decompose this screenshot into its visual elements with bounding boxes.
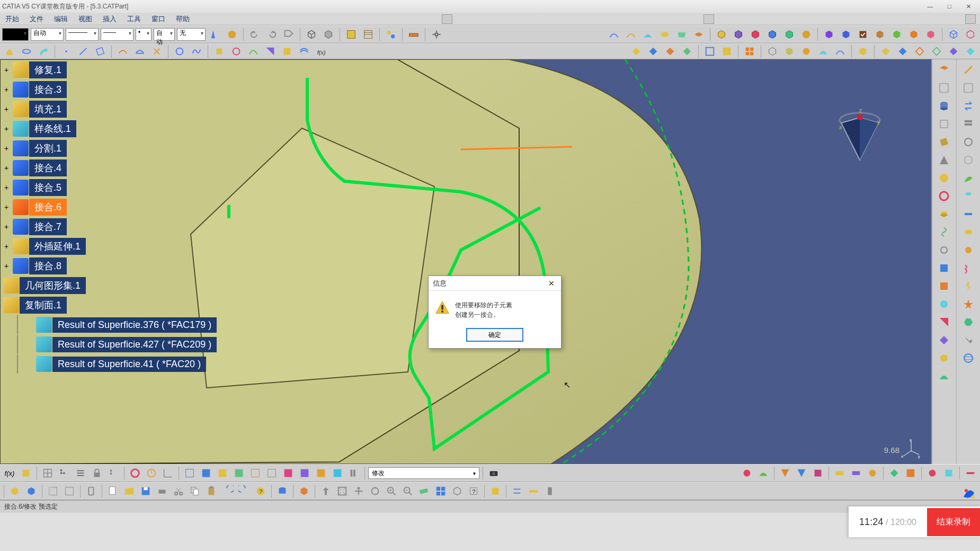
rp-cone-icon[interactable] <box>936 153 952 167</box>
btm2-redo2-icon[interactable] <box>237 484 252 499</box>
rp2-cyl2-icon[interactable] <box>960 189 976 203</box>
tree-item-extrapolate[interactable]: +外插延伸.1 <box>1 237 229 256</box>
btm-grid9-icon[interactable] <box>297 466 312 481</box>
fx-btn-icon[interactable]: f(x) <box>2 466 17 481</box>
rp-grid-icon[interactable] <box>936 81 952 95</box>
curve-tool-1-icon[interactable] <box>607 27 621 42</box>
btm2-rotate-icon[interactable] <box>368 484 382 499</box>
lineweight-dropdown[interactable]: —— <box>101 28 133 41</box>
expand-icon[interactable]: + <box>1 143 12 154</box>
btm2-zoom-in-icon[interactable] <box>384 484 399 499</box>
btm2-cut-icon[interactable] <box>171 484 186 499</box>
rp-more2-icon[interactable] <box>936 279 952 294</box>
btm2-fit-icon[interactable] <box>335 484 350 499</box>
plane-tool-icon[interactable] <box>93 44 108 59</box>
point-tool-icon[interactable] <box>59 44 74 59</box>
undo-icon[interactable] <box>247 27 262 42</box>
btm-r11-icon[interactable] <box>925 466 940 481</box>
expand-icon[interactable]: + <box>1 65 12 75</box>
btm2-cube-icon[interactable] <box>7 484 22 499</box>
rp2-cube-icon[interactable] <box>960 153 976 167</box>
menu-view[interactable]: 视图 <box>76 13 94 25</box>
btm2-arrow1-icon[interactable] <box>318 484 333 499</box>
diamond-tool-5-icon[interactable] <box>946 44 961 59</box>
solid-tool-1-icon[interactable] <box>714 27 729 42</box>
btm-grid5-icon[interactable] <box>231 466 246 481</box>
btm-r9-icon[interactable] <box>887 466 902 481</box>
rp2-tube-icon[interactable] <box>960 225 976 239</box>
redo-icon[interactable] <box>264 27 279 42</box>
rp-cyl-icon[interactable] <box>936 99 952 113</box>
op-tool-6-icon[interactable] <box>297 44 311 59</box>
op-tool-4-icon[interactable] <box>263 44 278 59</box>
expand-icon[interactable]: + <box>1 123 12 134</box>
btm2-copy-icon[interactable] <box>188 484 202 499</box>
help-cube-icon[interactable] <box>856 44 870 59</box>
rp-more6-icon[interactable] <box>936 351 952 366</box>
iso-tool-3-icon[interactable] <box>799 44 814 59</box>
rp-spiral-icon[interactable] <box>936 225 952 239</box>
op-tool-1-icon[interactable] <box>212 44 227 59</box>
wire-cube-1-icon[interactable] <box>946 27 961 42</box>
menu-insert[interactable]: 插入 <box>101 13 119 25</box>
expand-icon[interactable]: — <box>0 280 2 291</box>
btm2-normal-icon[interactable] <box>417 484 432 499</box>
op-tool-3-icon[interactable] <box>246 44 261 59</box>
btm-tool-1-icon[interactable] <box>19 466 33 481</box>
solid-tool-5-icon[interactable] <box>782 27 797 42</box>
surf-tool-1-icon[interactable] <box>640 27 655 42</box>
tree-item-fill[interactable]: +填充.1 <box>1 100 229 119</box>
rp2-spring-icon[interactable] <box>960 261 976 276</box>
btm-list-icon[interactable] <box>73 466 88 481</box>
cube-solid-icon[interactable] <box>321 27 336 42</box>
rp-box-icon[interactable] <box>936 117 952 131</box>
iso-tool-4-icon[interactable] <box>816 44 831 59</box>
dialog-titlebar[interactable]: 信息 ✕ <box>429 276 561 291</box>
diamond-tool-4-icon[interactable] <box>929 44 944 59</box>
tree-item-repair[interactable]: +修复.1 <box>1 60 229 79</box>
expand-icon[interactable]: + <box>1 84 12 95</box>
point-dropdown[interactable]: • <box>136 28 152 41</box>
btm-r10-icon[interactable] <box>903 466 918 481</box>
extrude-icon[interactable] <box>2 44 17 59</box>
tree-item-join6[interactable]: +接合.6 <box>1 198 229 217</box>
modify-dropdown[interactable]: 修改 <box>368 467 479 479</box>
tree-item-join5[interactable]: +接合.5 <box>1 178 229 197</box>
wire-cube-2-icon[interactable] <box>963 27 978 42</box>
btm-r7-icon[interactable] <box>849 466 863 481</box>
solid-tool-3-icon[interactable] <box>748 27 763 42</box>
op-tool-2-icon[interactable] <box>229 44 244 59</box>
menu-start[interactable]: 开始 <box>3 13 21 25</box>
tree-item-copyface[interactable]: —复制面.1 <box>0 296 229 315</box>
diamond-tool-2-icon[interactable] <box>895 44 910 59</box>
btm-grid10-icon[interactable] <box>314 466 328 481</box>
expand-icon[interactable]: + <box>1 221 12 232</box>
rp2-wand-icon[interactable] <box>960 63 976 77</box>
btm-grid6-icon[interactable] <box>248 466 263 481</box>
dialog-ok-button[interactable]: 确定 <box>466 328 523 342</box>
rp-more4-icon[interactable] <box>936 315 952 330</box>
gear-icon[interactable] <box>429 27 444 42</box>
btm-list2-icon[interactable] <box>106 466 121 481</box>
maximize-button[interactable]: □ <box>940 1 959 12</box>
btm2-help-icon[interactable]: ? <box>253 484 268 499</box>
btm2-iso2-icon[interactable] <box>450 484 465 499</box>
rp2-hex-icon[interactable] <box>960 315 976 330</box>
btm-r4-icon[interactable] <box>794 466 809 481</box>
rp2-grid2-icon[interactable] <box>960 81 976 95</box>
grid-orange-icon[interactable] <box>742 44 757 59</box>
compass[interactable]: x y z <box>836 107 884 165</box>
btm-ring2-icon[interactable] <box>128 466 142 481</box>
menu-edit[interactable]: 编辑 <box>52 13 70 25</box>
cube-wire-icon[interactable] <box>304 27 319 42</box>
expand-icon[interactable]: — <box>0 300 2 310</box>
btm2-db-icon[interactable] <box>275 484 290 499</box>
btm2-hide-icon[interactable] <box>488 484 503 499</box>
rp-more3-icon[interactable] <box>936 297 952 312</box>
tree-item-join3[interactable]: +接合.3 <box>1 80 229 99</box>
btm-r8-icon[interactable] <box>865 466 880 481</box>
cube-sel-icon[interactable] <box>872 27 887 42</box>
doc-minimize-button[interactable] <box>442 14 452 24</box>
cube-green-icon[interactable] <box>889 27 904 42</box>
circle-tool-icon[interactable] <box>172 44 187 59</box>
